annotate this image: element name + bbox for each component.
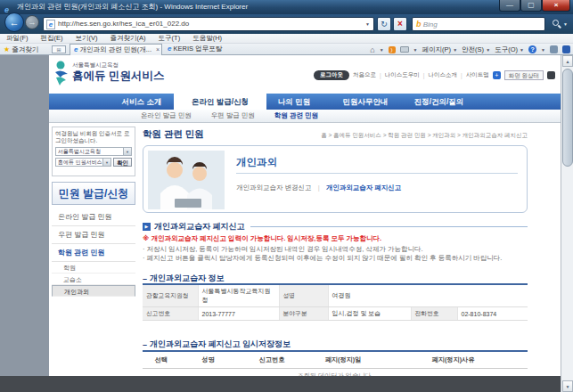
section-dash-icon: –: [143, 340, 147, 349]
help-icon[interactable]: ?: [528, 45, 536, 53]
safety-menu-button[interactable]: 안전(S) ▼: [462, 45, 490, 54]
addon-icon[interactable]: [550, 45, 558, 53]
service-name[interactable]: 홈에듀 민원서비스: [72, 69, 164, 84]
back-button[interactable]: ←: [4, 12, 24, 32]
sub-nav: 온라인 발급 민원 우편 발급 민원 학원 관련 민원: [49, 110, 561, 123]
tab-active[interactable]: e 개인과외 관련 민원(개... ×: [70, 44, 162, 55]
window-title: 개인과외 관련 민원(개인과외 폐소신고 조회) - Windows Inter…: [17, 0, 248, 14]
close-button[interactable]: ×: [542, 0, 570, 12]
tab-bar: ★ 즐겨찾기 ⊞ e 개인과외 관련 민원(개... × e KERIS 업무포…: [0, 44, 573, 55]
col-name: 성명: [180, 351, 236, 369]
scrollbar-thumb[interactable]: [562, 69, 573, 167]
sidebar-item-academy[interactable]: 학원: [52, 262, 135, 274]
refresh-button[interactable]: ↻: [377, 17, 391, 31]
favorites-label: 즐겨찾기: [12, 45, 38, 53]
table-header-row: 선택 성명 신고번호 폐지(정지)일 폐지(정지)사유: [143, 351, 528, 369]
screen-option-icon[interactable]: [547, 71, 555, 79]
nav-petition[interactable]: 진정/건의/질의: [401, 94, 477, 110]
menu-bar: 파일(F) 편집(E) 보기(V) 즐겨찾기(A) 도구(T) 도움말(H): [0, 34, 573, 44]
quick-tabs-icon[interactable]: ⊞: [52, 45, 66, 53]
divider: |: [461, 72, 462, 78]
subnav-online-issue[interactable]: 온라인 발급 민원: [141, 111, 192, 120]
tools-menu-button[interactable]: 도구(O) ▼: [495, 45, 524, 54]
breadcrumb: 홈 > 홈에듀 민원서비스 > 학원 관련 민원 > 개인과외 > 개인과외교습…: [321, 132, 528, 140]
org-select[interactable]: 서울특별시교육청: [55, 147, 124, 156]
note-line: · 폐지신고 버튼을 클릭시 담당자에게 등록신청되며 이후에는 수정이 되지 …: [143, 254, 502, 263]
info-label: 관할교육지원청: [143, 284, 198, 307]
screen-reset-button[interactable]: 화면 원상태: [504, 70, 544, 80]
scroll-up-icon[interactable]: ▲: [562, 55, 573, 67]
homeedu-logo-icon: [53, 60, 70, 90]
zoom-plus-icon[interactable]: +: [493, 71, 501, 79]
util-home-link[interactable]: 처음으로: [353, 71, 376, 79]
util-neis-intro-link[interactable]: 나이스소개: [428, 71, 457, 79]
vertical-scrollbar[interactable]: ▲ ▼: [561, 55, 573, 392]
divider: |: [314, 184, 324, 192]
page-menu-button[interactable]: 페이지(P) ▼: [422, 45, 458, 54]
info-label: 분야구분: [279, 307, 328, 321]
menu-file[interactable]: 파일(F): [0, 34, 35, 43]
nav-minwon-guide[interactable]: 민원사무안내: [330, 94, 401, 110]
forward-button[interactable]: →: [25, 15, 39, 29]
info-value: 서울특별시동작교육지원청: [198, 284, 279, 307]
menu-edit[interactable]: 편집(E): [35, 34, 70, 43]
chevron-down-icon[interactable]: ▼: [124, 147, 132, 156]
divider: |: [380, 72, 381, 78]
sidebar-item-academy-minwon[interactable]: 학원 관련 민원: [52, 244, 135, 262]
ie-page-icon: e: [168, 45, 171, 53]
favorites-button[interactable]: ★ 즐겨찾기: [4, 44, 38, 55]
command-bar: ⌂▼ ) ▼ 페이지(P) ▼ 안전(S) ▼ 도구(O) ▼ ?▼: [370, 44, 570, 55]
divider: [250, 226, 528, 227]
util-neis-helper-link[interactable]: 나이스도우미: [385, 71, 420, 79]
menu-favorites[interactable]: 즐겨찾기(A): [104, 34, 152, 43]
page-icon: e: [46, 20, 55, 29]
search-icon: [553, 20, 559, 26]
notice-text: ※ 개인과외교습자 폐지신고 입력이 가능합니다. 임시저장,등록 모두 가능합…: [143, 234, 381, 243]
close-report-link[interactable]: 개인과외교습자 폐지신고: [326, 184, 402, 192]
print-icon[interactable]: [400, 46, 409, 53]
confirm-button[interactable]: 확인: [113, 158, 132, 167]
change-report-link[interactable]: 개인과외교습자 변경신고: [236, 184, 312, 192]
home-icon[interactable]: ⌂: [370, 45, 374, 54]
chevron-down-icon[interactable]: ▼: [103, 158, 111, 167]
messenger-icon[interactable]: [562, 45, 570, 53]
window-titlebar: e 개인과외 관련 민원(개인과외 폐소신고 조회) - Windows Int…: [0, 0, 573, 14]
nav-my-minwon[interactable]: 나의 민원: [263, 94, 325, 110]
subnav-mail-issue[interactable]: 우편 발급 민원: [211, 111, 255, 120]
section-saved-header: – 개인과외교습자 폐지신고 임시저장정보: [143, 339, 528, 350]
address-dropdown-icon[interactable]: ▼: [362, 17, 373, 31]
stop-button[interactable]: ×: [393, 17, 407, 31]
nav-service-intro[interactable]: 서비스 소개: [106, 94, 177, 110]
tab-inactive[interactable]: e KERIS 업무포탈: [164, 44, 251, 55]
service-select[interactable]: 홈에듀 민원서비스: [55, 158, 103, 167]
sidebar-item-private-tutoring[interactable]: 개인과외: [52, 285, 135, 297]
search-input[interactable]: b Bing: [412, 17, 545, 31]
chevron-down-icon: ▼: [380, 47, 384, 53]
menu-view[interactable]: 보기(V): [70, 34, 104, 43]
maximize-button[interactable]: ▢: [520, 0, 542, 12]
minimize-button[interactable]: —: [499, 0, 520, 12]
menu-tools[interactable]: 도구(T): [152, 34, 187, 43]
feed-icon[interactable]: ): [389, 46, 396, 53]
note-line: · 저장시 임시저장, 등록이 가능하며 임시저장된 내역인 경우 임시내역수정…: [143, 245, 423, 254]
search-button[interactable]: ▼: [549, 17, 570, 31]
sidebar-item-gyoseupso[interactable]: 교습소: [52, 274, 135, 285]
section-dash-icon: –: [143, 274, 147, 283]
menu-help[interactable]: 도움말(H): [186, 34, 228, 43]
info-label: 성명: [279, 284, 328, 307]
col-close-date: 폐지(정지)일: [307, 351, 379, 369]
sidebar-item-online-issue[interactable]: 온라인 발급 민원: [52, 208, 135, 226]
logout-button[interactable]: 로그아웃: [314, 70, 349, 80]
subnav-academy-minwon[interactable]: 학원 관련 민원: [274, 111, 318, 120]
util-sitemap-link[interactable]: 사이트맵: [466, 71, 489, 79]
divider: [236, 173, 518, 174]
sidebar-title: 민원 발급/신청: [52, 182, 135, 205]
address-bar-row: ← → e http://hes.sen.go.kr/hes_ica_er01_…: [0, 14, 573, 34]
nav-online-issue[interactable]: 온라인 발급/신청: [174, 94, 266, 110]
tab-close-icon[interactable]: ×: [153, 46, 160, 53]
utility-links: 로그아웃 처음으로| 나이스도우미| 나이스소개| 사이트맵 + 화면 원상태: [314, 70, 555, 80]
address-input[interactable]: e http://hes.sen.go.kr/hes_ica_er01_022.…: [43, 17, 374, 31]
scroll-down-icon[interactable]: ▼: [562, 380, 573, 392]
divider: |: [423, 72, 425, 78]
sidebar-item-mail-issue[interactable]: 우편 발급 민원: [52, 226, 135, 244]
